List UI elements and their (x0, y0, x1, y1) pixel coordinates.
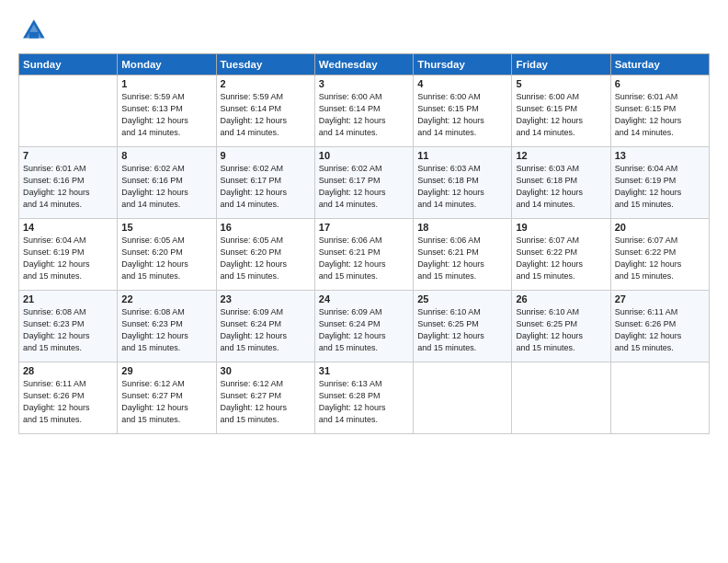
day-cell: 15Sunrise: 6:05 AM Sunset: 6:20 PM Dayli… (118, 219, 216, 291)
day-info: Sunrise: 6:04 AM Sunset: 6:19 PM Dayligh… (615, 163, 705, 211)
day-info: Sunrise: 6:07 AM Sunset: 6:22 PM Dayligh… (615, 235, 705, 282)
day-cell: 22Sunrise: 6:08 AM Sunset: 6:23 PM Dayli… (118, 291, 216, 362)
day-info: Sunrise: 6:08 AM Sunset: 6:23 PM Dayligh… (121, 306, 211, 354)
day-info: Sunrise: 6:02 AM Sunset: 6:16 PM Dayligh… (121, 163, 211, 211)
logo (18, 17, 51, 46)
day-number: 9 (221, 150, 311, 161)
logo-icon (18, 17, 48, 46)
day-cell: 23Sunrise: 6:09 AM Sunset: 6:24 PM Dayli… (216, 291, 314, 362)
day-info: Sunrise: 6:12 AM Sunset: 6:27 PM Dayligh… (121, 378, 211, 426)
calendar-header: SundayMondayTuesdayWednesdayThursdayFrid… (19, 54, 710, 75)
week-row-3: 14Sunrise: 6:04 AM Sunset: 6:19 PM Dayli… (19, 219, 710, 291)
day-info: Sunrise: 6:00 AM Sunset: 6:14 PM Dayligh… (319, 91, 409, 139)
day-number: 18 (417, 222, 507, 233)
day-cell (512, 362, 610, 434)
day-cell (19, 75, 118, 147)
day-cell: 24Sunrise: 6:09 AM Sunset: 6:24 PM Dayli… (314, 291, 413, 362)
day-info: Sunrise: 6:13 AM Sunset: 6:28 PM Dayligh… (319, 378, 409, 426)
day-info: Sunrise: 6:02 AM Sunset: 6:17 PM Dayligh… (221, 163, 311, 211)
day-info: Sunrise: 6:10 AM Sunset: 6:25 PM Dayligh… (516, 306, 606, 354)
day-cell: 6Sunrise: 6:01 AM Sunset: 6:15 PM Daylig… (610, 75, 709, 147)
week-row-1: 1Sunrise: 5:59 AM Sunset: 6:13 PM Daylig… (19, 75, 710, 147)
day-cell: 25Sunrise: 6:10 AM Sunset: 6:25 PM Dayli… (414, 291, 512, 362)
week-row-2: 7Sunrise: 6:01 AM Sunset: 6:16 PM Daylig… (19, 147, 710, 219)
day-number: 21 (23, 293, 113, 304)
header-cell-thursday: Thursday (414, 54, 512, 75)
day-number: 4 (417, 78, 507, 89)
day-info: Sunrise: 6:01 AM Sunset: 6:15 PM Dayligh… (615, 91, 705, 139)
day-info: Sunrise: 6:07 AM Sunset: 6:22 PM Dayligh… (516, 235, 606, 282)
day-cell (414, 362, 512, 434)
header-cell-saturday: Saturday (610, 54, 709, 75)
day-number: 6 (615, 78, 705, 89)
day-cell: 30Sunrise: 6:12 AM Sunset: 6:27 PM Dayli… (216, 362, 314, 434)
day-cell: 26Sunrise: 6:10 AM Sunset: 6:25 PM Dayli… (512, 291, 610, 362)
day-cell: 20Sunrise: 6:07 AM Sunset: 6:22 PM Dayli… (610, 219, 709, 291)
day-cell: 16Sunrise: 6:05 AM Sunset: 6:20 PM Dayli… (216, 219, 314, 291)
day-number: 3 (319, 78, 409, 89)
day-cell: 21Sunrise: 6:08 AM Sunset: 6:23 PM Dayli… (19, 291, 118, 362)
day-cell: 4Sunrise: 6:00 AM Sunset: 6:15 PM Daylig… (414, 75, 512, 147)
day-number: 8 (121, 150, 211, 161)
day-number: 25 (417, 293, 507, 304)
day-number: 31 (319, 365, 409, 376)
day-cell: 14Sunrise: 6:04 AM Sunset: 6:19 PM Dayli… (19, 219, 118, 291)
day-info: Sunrise: 6:00 AM Sunset: 6:15 PM Dayligh… (516, 91, 606, 139)
day-info: Sunrise: 6:00 AM Sunset: 6:15 PM Dayligh… (417, 91, 507, 139)
day-cell: 18Sunrise: 6:06 AM Sunset: 6:21 PM Dayli… (414, 219, 512, 291)
day-info: Sunrise: 6:10 AM Sunset: 6:25 PM Dayligh… (417, 306, 507, 354)
day-info: Sunrise: 6:12 AM Sunset: 6:27 PM Dayligh… (221, 378, 311, 426)
day-cell: 28Sunrise: 6:11 AM Sunset: 6:26 PM Dayli… (19, 362, 118, 434)
day-info: Sunrise: 6:08 AM Sunset: 6:23 PM Dayligh… (23, 306, 113, 354)
day-number: 5 (516, 78, 606, 89)
day-cell (610, 362, 709, 434)
day-cell: 5Sunrise: 6:00 AM Sunset: 6:15 PM Daylig… (512, 75, 610, 147)
day-number: 11 (417, 150, 507, 161)
header-cell-monday: Monday (118, 54, 216, 75)
header-cell-wednesday: Wednesday (314, 54, 413, 75)
day-info: Sunrise: 6:05 AM Sunset: 6:20 PM Dayligh… (221, 235, 311, 282)
header-cell-sunday: Sunday (19, 54, 118, 75)
day-info: Sunrise: 6:11 AM Sunset: 6:26 PM Dayligh… (615, 306, 705, 354)
day-number: 14 (23, 222, 113, 233)
day-info: Sunrise: 6:06 AM Sunset: 6:21 PM Dayligh… (319, 235, 409, 282)
day-info: Sunrise: 6:09 AM Sunset: 6:24 PM Dayligh… (319, 306, 409, 354)
day-cell: 12Sunrise: 6:03 AM Sunset: 6:18 PM Dayli… (512, 147, 610, 219)
day-number: 28 (23, 365, 113, 376)
day-cell: 1Sunrise: 5:59 AM Sunset: 6:13 PM Daylig… (118, 75, 216, 147)
day-info: Sunrise: 6:09 AM Sunset: 6:24 PM Dayligh… (221, 306, 311, 354)
day-info: Sunrise: 5:59 AM Sunset: 6:13 PM Dayligh… (121, 91, 211, 139)
day-cell: 19Sunrise: 6:07 AM Sunset: 6:22 PM Dayli… (512, 219, 610, 291)
day-number: 20 (615, 222, 705, 233)
day-number: 13 (615, 150, 705, 161)
day-cell: 13Sunrise: 6:04 AM Sunset: 6:19 PM Dayli… (610, 147, 709, 219)
day-number: 12 (516, 150, 606, 161)
day-cell: 29Sunrise: 6:12 AM Sunset: 6:27 PM Dayli… (118, 362, 216, 434)
day-cell: 27Sunrise: 6:11 AM Sunset: 6:26 PM Dayli… (610, 291, 709, 362)
day-cell: 11Sunrise: 6:03 AM Sunset: 6:18 PM Dayli… (414, 147, 512, 219)
day-number: 1 (121, 78, 211, 89)
day-info: Sunrise: 6:03 AM Sunset: 6:18 PM Dayligh… (516, 163, 606, 211)
day-cell: 17Sunrise: 6:06 AM Sunset: 6:21 PM Dayli… (314, 219, 413, 291)
day-info: Sunrise: 6:01 AM Sunset: 6:16 PM Dayligh… (23, 163, 113, 211)
day-number: 26 (516, 293, 606, 304)
header-cell-tuesday: Tuesday (216, 54, 314, 75)
week-row-4: 21Sunrise: 6:08 AM Sunset: 6:23 PM Dayli… (19, 291, 710, 362)
day-number: 24 (319, 293, 409, 304)
day-number: 29 (121, 365, 211, 376)
day-number: 17 (319, 222, 409, 233)
day-info: Sunrise: 6:06 AM Sunset: 6:21 PM Dayligh… (417, 235, 507, 282)
calendar-body: 1Sunrise: 5:59 AM Sunset: 6:13 PM Daylig… (19, 75, 710, 434)
week-row-5: 28Sunrise: 6:11 AM Sunset: 6:26 PM Dayli… (19, 362, 710, 434)
day-number: 23 (221, 293, 311, 304)
day-cell: 3Sunrise: 6:00 AM Sunset: 6:14 PM Daylig… (314, 75, 413, 147)
day-cell: 2Sunrise: 5:59 AM Sunset: 6:14 PM Daylig… (216, 75, 314, 147)
day-number: 10 (319, 150, 409, 161)
day-info: Sunrise: 6:05 AM Sunset: 6:20 PM Dayligh… (121, 235, 211, 282)
day-cell: 8Sunrise: 6:02 AM Sunset: 6:16 PM Daylig… (118, 147, 216, 219)
day-number: 19 (516, 222, 606, 233)
day-number: 16 (221, 222, 311, 233)
day-cell: 31Sunrise: 6:13 AM Sunset: 6:28 PM Dayli… (314, 362, 413, 434)
day-number: 15 (121, 222, 211, 233)
day-info: Sunrise: 6:04 AM Sunset: 6:19 PM Dayligh… (23, 235, 113, 282)
